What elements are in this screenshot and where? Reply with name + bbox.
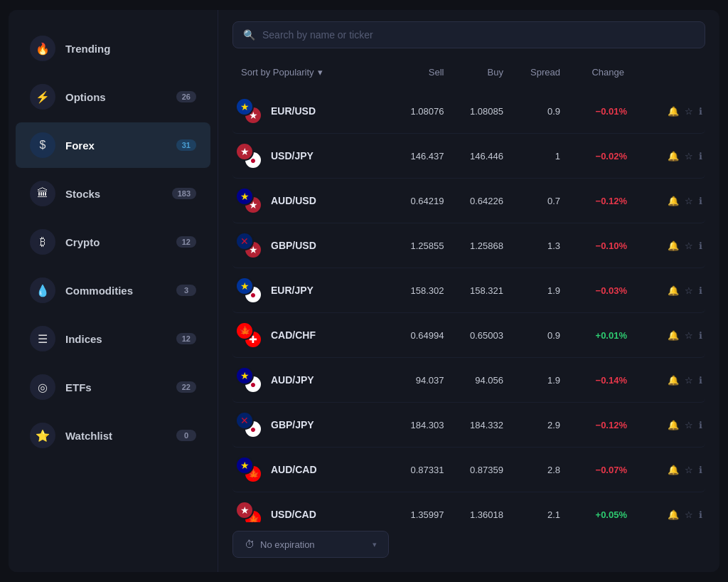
cell-buy: 0.87359 — [451, 465, 511, 475]
sidebar-badge-indices: 12 — [176, 333, 196, 344]
star-icon[interactable]: ☆ — [685, 106, 693, 117]
table-row[interactable]: ✕ ★ GBP/USD 1.25855 1.25868 1.3 −0.10% 🔔… — [232, 223, 705, 268]
sidebar-icon-etfs: ◎ — [30, 374, 55, 400]
star-icon[interactable]: ☆ — [685, 375, 693, 386]
cell-sell: 1.35997 — [392, 509, 451, 520]
info-icon[interactable]: ℹ — [699, 330, 702, 341]
pair-cell: ★ ● USD/JPY — [235, 142, 392, 169]
info-icon[interactable]: ℹ — [699, 285, 702, 296]
cell-change: −0.02% — [567, 151, 631, 162]
sidebar-item-trending[interactable]: 🔥 Trending — [16, 26, 210, 71]
sidebar-item-etfs[interactable]: ◎ ETFs 22 — [16, 364, 210, 410]
sidebar-item-options[interactable]: ⚡ Options 26 — [16, 74, 210, 120]
table-row[interactable]: ★ ● EUR/JPY 158.302 158.321 1.9 −0.03% 🔔… — [232, 268, 705, 313]
cell-buy: 94.056 — [451, 375, 511, 386]
bell-icon[interactable]: 🔔 — [668, 240, 679, 251]
cell-actions: 🔔 ☆ ℹ — [631, 330, 702, 341]
pair-cell: 🍁 ✚ CAD/CHF — [235, 322, 392, 349]
sidebar-icon-options: ⚡ — [30, 84, 55, 110]
star-icon[interactable]: ☆ — [685, 509, 693, 520]
cell-spread: 2.1 — [510, 509, 567, 520]
flag-top: ★ — [235, 277, 254, 295]
search-bar: 🔍 — [232, 21, 705, 48]
pair-cell: ✕ ★ GBP/USD — [235, 232, 392, 259]
bell-icon[interactable]: 🔔 — [668, 509, 679, 520]
pair-cell: ★ ★ AUD/USD — [235, 187, 392, 214]
col-sell: Sell — [392, 67, 451, 78]
flag-icon: ✕ ★ — [235, 232, 262, 259]
info-icon[interactable]: ℹ — [699, 375, 702, 386]
bell-icon[interactable]: 🔔 — [668, 465, 679, 475]
table-row[interactable]: ★ ● USD/JPY 146.437 146.446 1 −0.02% 🔔 ☆… — [232, 134, 705, 179]
cell-spread: 0.9 — [510, 330, 567, 341]
star-icon[interactable]: ☆ — [685, 285, 693, 296]
cell-change: −0.10% — [567, 240, 631, 251]
table-row[interactable]: ★ ★ AUD/USD 0.64219 0.64226 0.7 −0.12% 🔔… — [232, 179, 705, 223]
cell-actions: 🔔 ☆ ℹ — [631, 151, 702, 162]
info-icon[interactable]: ℹ — [699, 196, 702, 206]
sidebar-item-forex[interactable]: $ Forex 31 — [16, 122, 210, 168]
sidebar-label-etfs: ETFs — [65, 381, 176, 393]
cell-spread: 1.9 — [510, 375, 567, 386]
star-icon[interactable]: ☆ — [685, 151, 693, 162]
flag-icon: ★ ● — [235, 277, 262, 304]
flag-top: 🍁 — [235, 322, 254, 340]
info-icon[interactable]: ℹ — [699, 151, 702, 162]
info-icon[interactable]: ℹ — [699, 106, 702, 117]
sidebar-label-indices: Indices — [65, 333, 176, 345]
sidebar-label-commodities: Commodities — [65, 285, 176, 297]
cell-change: +0.01% — [567, 330, 631, 341]
search-input[interactable] — [262, 29, 695, 41]
bell-icon[interactable]: 🔔 — [668, 330, 679, 341]
expiration-icon: ⏱ — [245, 539, 255, 550]
expiration-select[interactable]: ⏱ No expiration ▾ — [232, 531, 389, 558]
sidebar-icon-commodities: 💧 — [30, 277, 55, 303]
pair-cell: ★ 🍁 USD/CAD — [235, 501, 392, 522]
table-row[interactable]: ★ 🍁 USD/CAD 1.35997 1.36018 2.1 +0.05% 🔔… — [232, 492, 705, 522]
table-row[interactable]: ✕ ● GBP/JPY 184.303 184.332 2.9 −0.12% 🔔… — [232, 403, 705, 448]
flag-top: ★ — [235, 456, 254, 475]
table-row[interactable]: ★ 🍁 AUD/CAD 0.87331 0.87359 2.8 −0.07% 🔔… — [232, 448, 705, 492]
table-row[interactable]: ★ ● AUD/JPY 94.037 94.056 1.9 −0.14% 🔔 ☆… — [232, 358, 705, 403]
bell-icon[interactable]: 🔔 — [668, 151, 679, 162]
pair-name: AUD/USD — [271, 195, 316, 206]
star-icon[interactable]: ☆ — [685, 465, 693, 475]
sidebar-label-trending: Trending — [65, 43, 196, 55]
table-row[interactable]: 🍁 ✚ CAD/CHF 0.64994 0.65003 0.9 +0.01% 🔔… — [232, 313, 705, 358]
flag-top: ★ — [235, 187, 254, 206]
bell-icon[interactable]: 🔔 — [668, 375, 679, 386]
info-icon[interactable]: ℹ — [699, 240, 702, 251]
cell-sell: 94.037 — [392, 375, 451, 386]
cell-sell: 158.302 — [392, 285, 451, 296]
sidebar-item-crypto[interactable]: ₿ Crypto 12 — [16, 219, 210, 265]
sidebar-item-indices[interactable]: ☰ Indices 12 — [16, 316, 210, 361]
sidebar-item-watchlist[interactable]: ⭐ Watchlist 0 — [16, 413, 210, 458]
cell-spread: 2.9 — [510, 420, 567, 430]
sidebar-badge-etfs: 22 — [176, 381, 196, 393]
star-icon[interactable]: ☆ — [685, 330, 693, 341]
col-change: Change — [567, 67, 631, 78]
sidebar-badge-crypto: 12 — [176, 236, 196, 248]
bell-icon[interactable]: 🔔 — [668, 196, 679, 206]
expiration-arrow-icon: ▾ — [373, 540, 377, 549]
star-icon[interactable]: ☆ — [685, 420, 693, 430]
sort-button[interactable]: Sort by Popularity ▾ — [235, 64, 392, 80]
info-icon[interactable]: ℹ — [699, 465, 702, 475]
sidebar-item-commodities[interactable]: 💧 Commodities 3 — [16, 268, 210, 313]
cell-spread: 0.7 — [510, 196, 567, 206]
bell-icon[interactable]: 🔔 — [668, 420, 679, 430]
sidebar-label-stocks: Stocks — [65, 188, 172, 200]
sidebar-icon-trending: 🔥 — [30, 36, 55, 61]
sidebar-item-stocks[interactable]: 🏛 Stocks 183 — [16, 171, 210, 216]
cell-actions: 🔔 ☆ ℹ — [631, 465, 702, 475]
info-icon[interactable]: ℹ — [699, 420, 702, 430]
star-icon[interactable]: ☆ — [685, 196, 693, 206]
bell-icon[interactable]: 🔔 — [668, 285, 679, 296]
cell-sell: 0.87331 — [392, 465, 451, 475]
star-icon[interactable]: ☆ — [685, 240, 693, 251]
cell-spread: 1 — [510, 151, 567, 162]
bell-icon[interactable]: 🔔 — [668, 106, 679, 117]
info-icon[interactable]: ℹ — [699, 509, 702, 520]
table-row[interactable]: ★ ★ EUR/USD 1.08076 1.08085 0.9 −0.01% 🔔… — [232, 89, 705, 134]
pair-name: CAD/CHF — [271, 329, 316, 341]
